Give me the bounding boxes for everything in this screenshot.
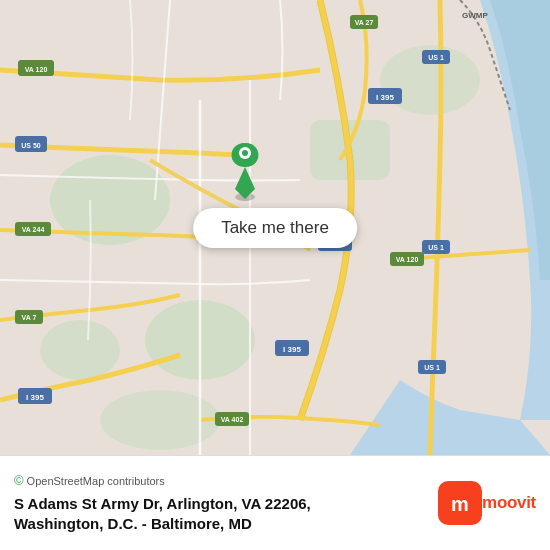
svg-text:VA 402: VA 402 xyxy=(221,416,244,423)
button-overlay: Take me there xyxy=(193,208,357,248)
svg-text:US 1: US 1 xyxy=(424,364,440,371)
app-container: I 395 I 395 VA 120 VA 27 US 50 VA 244 VA… xyxy=(0,0,550,550)
svg-point-3 xyxy=(40,320,120,380)
svg-text:I 395: I 395 xyxy=(283,345,301,354)
svg-text:I 395: I 395 xyxy=(376,93,394,102)
bottom-left: © OpenStreetMap contributors S Adams St … xyxy=(14,473,438,533)
take-me-there-button[interactable]: Take me there xyxy=(193,208,357,248)
osm-icon: © xyxy=(14,473,24,488)
bottom-bar: © OpenStreetMap contributors S Adams St … xyxy=(0,455,550,550)
svg-text:GWMP: GWMP xyxy=(462,11,488,20)
address-line2: Washington, D.C. - Baltimore, MD xyxy=(14,515,252,532)
moovit-text: moovit xyxy=(482,493,536,513)
svg-text:VA 27: VA 27 xyxy=(355,19,374,26)
osm-text: OpenStreetMap contributors xyxy=(27,475,165,487)
svg-text:VA 120: VA 120 xyxy=(25,66,48,73)
svg-text:US 1: US 1 xyxy=(428,244,444,251)
svg-text:US 1: US 1 xyxy=(428,54,444,61)
svg-point-39 xyxy=(242,150,248,156)
svg-text:VA 244: VA 244 xyxy=(22,226,45,233)
map-area: I 395 I 395 VA 120 VA 27 US 50 VA 244 VA… xyxy=(0,0,550,455)
svg-text:VA 120: VA 120 xyxy=(396,256,419,263)
svg-text:m: m xyxy=(451,493,469,515)
moovit-logo: m moovit xyxy=(438,481,536,525)
svg-text:I 395: I 395 xyxy=(26,393,44,402)
address-text: S Adams St Army Dr, Arlington, VA 22206,… xyxy=(14,494,438,533)
moovit-icon-svg: m xyxy=(438,481,482,525)
osm-attribution: © OpenStreetMap contributors xyxy=(14,473,438,488)
svg-text:VA 7: VA 7 xyxy=(22,314,37,321)
svg-text:US 50: US 50 xyxy=(21,142,41,149)
address-line1: S Adams St Army Dr, Arlington, VA 22206, xyxy=(14,495,311,512)
